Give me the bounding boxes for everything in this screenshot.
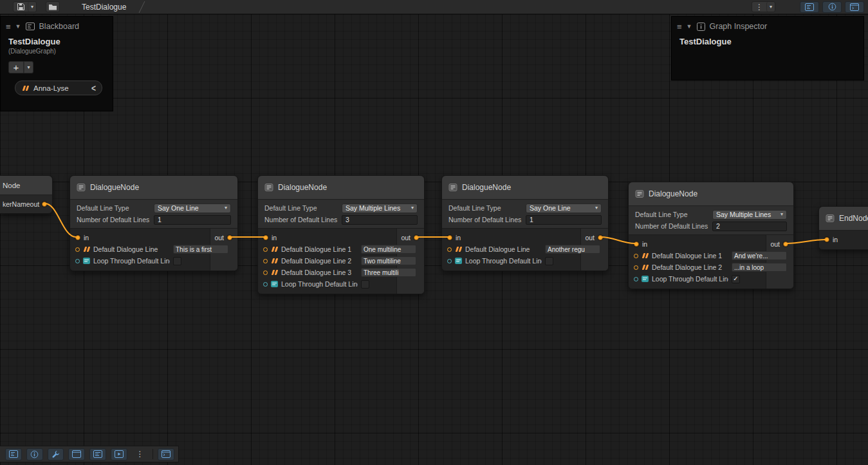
more-options-dropdown[interactable]: ▾ xyxy=(766,2,775,12)
in-port[interactable] xyxy=(447,235,452,240)
line-text-field[interactable]: Three multili xyxy=(361,268,416,277)
tools-button[interactable] xyxy=(48,448,64,460)
line-label: Default Dialogue Line 2 xyxy=(281,257,358,265)
bool-port[interactable] xyxy=(634,277,638,281)
out-port[interactable] xyxy=(42,202,47,207)
inspector-icon xyxy=(697,23,705,31)
node-ports: in out Default Dialogue Line This is a f… xyxy=(70,229,237,270)
node-title-bar[interactable]: DialogueNode xyxy=(629,182,793,206)
loop-row: Loop Through Default Lines? xyxy=(70,255,237,267)
in-port[interactable] xyxy=(263,235,268,240)
loop-checkbox[interactable] xyxy=(545,257,553,265)
dialogue-node[interactable]: DialogueNode Default Line Type Say Multi… xyxy=(257,175,425,294)
in-port[interactable] xyxy=(824,237,829,242)
string-port[interactable] xyxy=(447,247,452,252)
quote-icon xyxy=(272,247,277,252)
in-port[interactable] xyxy=(634,242,639,247)
blackboard-panel: ≡ ▼ Blackboard TestDialogue (DialogueGra… xyxy=(0,16,113,111)
asset-name: TestDialogue xyxy=(1,33,113,46)
checkmark: ✓ xyxy=(733,276,738,282)
bool-port[interactable] xyxy=(447,259,452,263)
number-of-lines-field[interactable]: 2 xyxy=(712,222,787,231)
breadcrumb-tab[interactable]: TestDialogue xyxy=(75,0,130,14)
icon-slot xyxy=(455,247,462,252)
line-type-dropdown[interactable]: Say Multiple Lines ▾ xyxy=(712,210,787,220)
loop-variable-icon xyxy=(271,281,278,287)
out-port[interactable] xyxy=(227,235,232,240)
bool-port[interactable] xyxy=(75,259,80,263)
string-port[interactable] xyxy=(263,247,268,252)
node-title-bar[interactable]: Node xyxy=(0,176,52,195)
string-port[interactable] xyxy=(263,270,268,275)
loop-checkbox[interactable]: ✓ xyxy=(732,275,740,283)
end-node-icon xyxy=(826,214,835,223)
breadcrumb-title: TestDialogue xyxy=(82,3,126,12)
string-port[interactable] xyxy=(75,247,80,252)
out-port[interactable] xyxy=(783,242,788,247)
dialogue-node[interactable]: DialogueNode Default Line Type Say One L… xyxy=(69,175,238,271)
foldout-icon[interactable]: ▼ xyxy=(687,24,692,30)
add-property-button[interactable]: + xyxy=(8,61,24,73)
node-title-bar[interactable]: DialogueNode xyxy=(70,176,237,200)
blackboard-item[interactable]: Anna-Lyse < xyxy=(15,81,102,95)
toggle-blackboard-button[interactable] xyxy=(800,1,819,13)
node-ports: in out Default Dialogue Line 1 And we're… xyxy=(629,235,793,289)
line-text-field[interactable]: Two multiline xyxy=(361,256,416,265)
bool-port[interactable] xyxy=(263,282,268,287)
toggle-inspector-button[interactable] xyxy=(26,448,43,460)
node-title-bar[interactable]: DialogueNode xyxy=(258,176,424,200)
line-text-field[interactable]: And we're... xyxy=(732,251,787,260)
line-type-dropdown[interactable]: Say Multiple Lines ▾ xyxy=(342,204,418,213)
string-port[interactable] xyxy=(634,265,638,270)
dialogue-node[interactable]: DialogueNode Default Line Type Say One L… xyxy=(441,175,609,271)
chevron-down-icon: ▾ xyxy=(595,205,598,211)
more-options-button[interactable]: ⋮ xyxy=(752,2,766,12)
save-dropdown-button[interactable]: ▾ xyxy=(28,2,36,12)
in-port[interactable] xyxy=(75,235,80,240)
line-label: Default Dialogue Line 1 xyxy=(281,245,358,253)
blackboard-actions: + ▾ xyxy=(1,56,113,76)
number-of-lines-field[interactable]: 1 xyxy=(154,215,231,225)
string-port[interactable] xyxy=(263,259,268,263)
loop-checkbox[interactable] xyxy=(361,280,369,289)
blackboard-header[interactable]: ≡ ▼ Blackboard xyxy=(1,17,113,33)
loop-checkbox[interactable] xyxy=(173,257,181,265)
toggle-preview-button[interactable] xyxy=(845,1,864,13)
output-port-row: kerName out xyxy=(0,195,52,213)
collapse-left-icon[interactable]: < xyxy=(91,82,96,93)
line-type-dropdown[interactable]: Say One Line ▾ xyxy=(154,204,231,213)
number-of-lines-field[interactable]: 1 xyxy=(526,215,602,225)
line-text-field[interactable]: This is a first xyxy=(173,245,228,254)
end-node[interactable]: EndNode in xyxy=(818,206,868,250)
graph-inspector-header[interactable]: ≡ ▼ Graph Inspector xyxy=(672,17,863,33)
window-button[interactable] xyxy=(68,448,85,460)
foldout-icon[interactable]: ▼ xyxy=(15,24,21,30)
string-port[interactable] xyxy=(634,254,638,258)
console-button[interactable] xyxy=(158,448,174,460)
out-port[interactable] xyxy=(598,235,603,240)
board-button[interactable] xyxy=(89,448,106,460)
open-asset-button[interactable] xyxy=(46,1,60,12)
dialogue-line-row: Default Dialogue Line 2 ...in a loop xyxy=(629,261,793,273)
line-text-field[interactable]: ...in a loop xyxy=(732,263,787,272)
node-title-bar[interactable]: EndNode xyxy=(819,207,868,231)
more-button[interactable]: ⋮ xyxy=(132,448,149,460)
toggle-blackboard-button[interactable] xyxy=(5,448,22,460)
node-title-bar[interactable]: DialogueNode xyxy=(442,176,608,200)
play-icon xyxy=(115,450,124,458)
line-text-field[interactable]: One multiline xyxy=(361,245,416,254)
number-of-lines-field[interactable]: 3 xyxy=(342,215,418,225)
toggle-inspector-button[interactable] xyxy=(822,1,842,13)
dialogue-node[interactable]: DialogueNode Default Line Type Say Multi… xyxy=(628,182,794,289)
line-type-dropdown[interactable]: Say One Line ▾ xyxy=(526,204,602,213)
preview-button[interactable] xyxy=(111,448,127,460)
field-label: Number of Default Lines xyxy=(448,216,526,223)
quote-icon xyxy=(642,265,648,270)
menu-icon[interactable]: ≡ xyxy=(6,23,11,31)
menu-icon[interactable]: ≡ xyxy=(677,23,682,31)
save-button[interactable] xyxy=(14,2,28,12)
out-port[interactable] xyxy=(414,235,419,240)
add-property-dropdown[interactable]: ▾ xyxy=(24,61,33,73)
speaker-node[interactable]: Node kerName out xyxy=(0,175,53,214)
line-text-field[interactable]: Another regu xyxy=(545,245,600,254)
